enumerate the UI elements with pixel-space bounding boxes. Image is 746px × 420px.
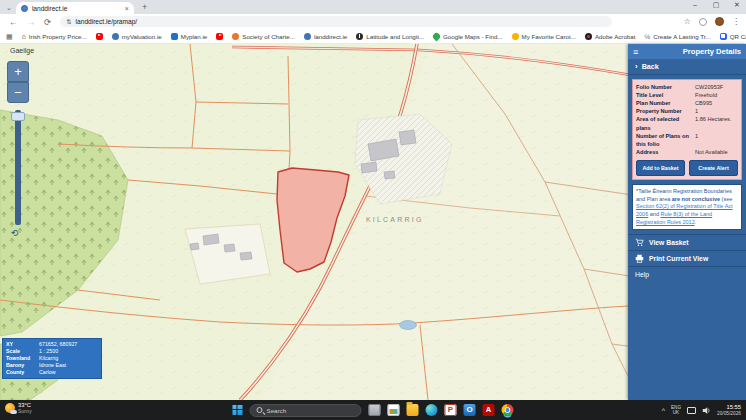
task-view-icon[interactable] [369,404,381,416]
field-value: 1.86 Hectares. [695,115,738,131]
weather-condition: Sunny [18,409,32,415]
cast-screen-icon[interactable] [687,407,696,414]
print-current-view-item[interactable]: Print Current View [628,250,746,266]
panel-buttons: Add to Basket Create Alert [636,160,738,176]
blue-app-icon [171,33,178,40]
back-label: Back [642,62,659,71]
bookmark-item[interactable]: Adobe Acrobat [585,33,636,40]
browser-menu-icon[interactable]: ⋮ [732,17,740,26]
photos-icon[interactable] [388,404,400,416]
zoom-in-button[interactable]: + [7,61,29,82]
bookmark-item[interactable]: landdirect.ie [304,33,347,40]
bookmark-item[interactable]: QR Code Generator... [720,33,746,40]
info-row: Scale 1 : 2500 [6,348,98,355]
bookmark-item[interactable] [96,33,103,40]
apps-grid-icon[interactable]: ▦ [6,33,13,40]
disclaimer-bold: are not conclusive [672,196,720,202]
field-value: CB995 [695,99,738,107]
outlook-icon[interactable]: O [464,404,476,416]
info-value: Carlow [39,369,55,376]
weather-widget[interactable]: 33°C Sunny [5,402,32,414]
bookmark-label: Create A Lasting Tr... [653,33,710,40]
bookmark-item[interactable]: ℅ Create A Lasting Tr... [644,33,710,40]
taskbar-search[interactable]: Search [250,404,362,417]
browser-tab[interactable]: landdirect.ie × [16,2,134,14]
menu-label: View Basket [649,239,689,246]
hidden-icons-caret[interactable]: ^ [662,407,665,414]
folio-details-box: Folio Number CW20953F Title Level Freeho… [632,79,742,180]
powerpoint-icon[interactable]: P [445,404,457,416]
reload-icon[interactable]: ⟳ [44,17,51,27]
reset-view-icon[interactable]: ⟲ [11,228,19,238]
bookmark-item[interactable]: My Favorite Carot... [512,33,576,40]
view-basket-item[interactable]: View Basket [628,234,746,250]
zoom-slider-track[interactable] [15,110,21,225]
search-icon [257,407,263,413]
volume-icon[interactable] [702,406,711,415]
bookmark-item[interactable]: myValuation.ie [112,33,162,40]
bookmark-label: myValuation.ie [122,33,162,40]
maximize-button[interactable]: ▢ [711,1,721,9]
bookmark-label: Latitude and Longit... [366,33,424,40]
field-label: Property Number [636,107,693,115]
bookmark-star-icon[interactable]: ☆ [684,17,691,26]
menu-hamburger-icon[interactable]: ≡ [633,47,638,57]
back-button[interactable]: › Back [628,59,746,75]
field-label: Address [636,148,693,156]
minimize-button[interactable]: – [690,1,700,9]
gaeilge-language-link[interactable]: Gaeilge [10,47,34,54]
qr-icon [720,33,727,40]
acrobat-taskbar-icon[interactable]: A [483,404,495,416]
info-label: XY [6,341,39,348]
site-info-icon[interactable]: ⇅ [66,18,71,26]
browser-tab-strip: ⌄ landdirect.ie × + – ▢ ✕ [0,0,746,14]
field-row: Plan Number CB995 [636,99,738,107]
extensions-icon[interactable] [699,18,707,26]
add-to-basket-button[interactable]: Add to Basket [636,160,685,176]
zoom-out-button[interactable]: − [7,82,29,103]
panel-title: Property Details [683,47,741,56]
globe-icon [304,33,311,40]
field-label: Number of Plans on this folio [636,132,693,148]
language-indicator[interactable]: ENG UK [671,405,681,415]
bookmark-item[interactable]: ⌂ Irish Property Price... [22,33,87,40]
new-tab-button[interactable]: + [142,2,147,12]
windows-taskbar: 33°C Sunny Search P O A ^ ENG UK 15:55 [0,400,746,420]
yellow-icon [512,33,519,40]
info-row: Barony Idrone East [6,362,98,369]
tab-search-icon[interactable]: ⌄ [6,4,12,12]
acrobat-icon [585,33,592,40]
basket-cart-icon [635,238,644,247]
clock[interactable]: 15:55 20/05/2026 [717,404,741,417]
bookmark-item[interactable] [216,33,223,40]
field-row: Address Not Available [636,148,738,156]
close-button[interactable]: ✕ [732,1,742,9]
start-button[interactable] [233,405,243,415]
weather-temp: 33°C [18,402,32,409]
create-alert-button[interactable]: Create Alert [689,160,738,176]
profile-avatar[interactable] [715,17,724,26]
chevron-right-icon: › [635,62,638,71]
back-icon[interactable]: ← [9,17,18,27]
bookmark-item[interactable]: Google Maps - Find... [433,33,503,40]
zoom-slider-handle[interactable] [11,112,25,121]
bookmark-item[interactable]: Myplan.ie [171,33,207,40]
site-favicon [21,5,28,12]
edge-icon[interactable] [426,404,438,416]
bookmark-item[interactable]: Society of Charte... [232,33,295,40]
info-row: XY 671652, 680927 [6,341,98,348]
disclaimer-text: and [648,211,660,217]
chrome-icon[interactable] [502,404,514,416]
help-item[interactable]: Help [628,266,746,282]
file-explorer-icon[interactable] [407,404,419,416]
tab-close-icon[interactable]: × [125,5,129,12]
property-details-panel: ≡ Property Details › Back Folio Number C… [628,44,746,400]
field-row: Property Number 1 [636,107,738,115]
field-label: Title Level [636,91,693,99]
bookmarks-bar: ▦ ⌂ Irish Property Price... myValuation.… [0,29,746,44]
field-value: CW20953F [695,83,738,91]
bookmark-item[interactable]: Latitude and Longit... [356,33,424,40]
compass-icon [356,33,363,40]
info-value: Idrone East [39,362,66,369]
address-bar[interactable]: ⇅ landdirect.ie/pramap/ [60,16,612,27]
